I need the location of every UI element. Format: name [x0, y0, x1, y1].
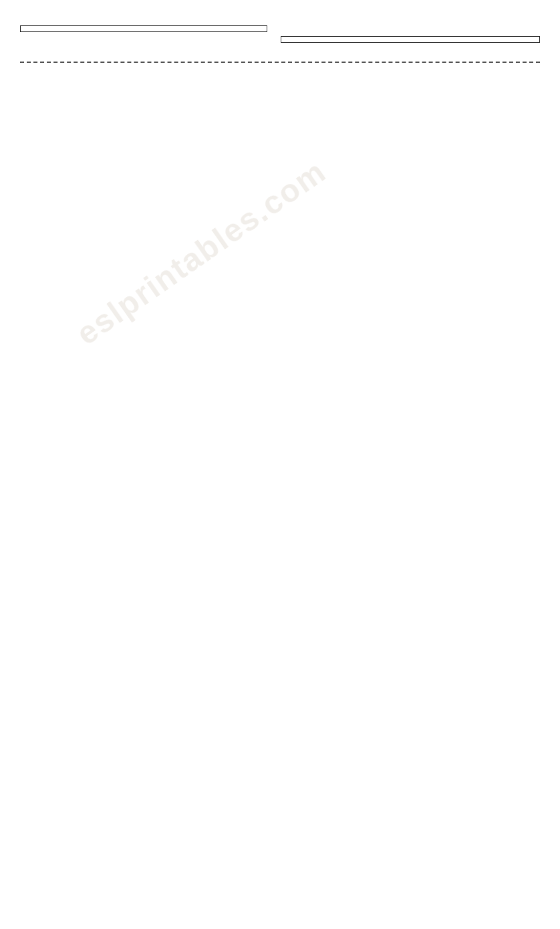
- watermark: eslprintables.com: [69, 152, 333, 352]
- members-heading: [20, 25, 267, 32]
- left-column: [20, 25, 267, 36]
- section-divider: [20, 62, 540, 63]
- history-heading: [281, 36, 540, 43]
- right-column: [281, 25, 540, 47]
